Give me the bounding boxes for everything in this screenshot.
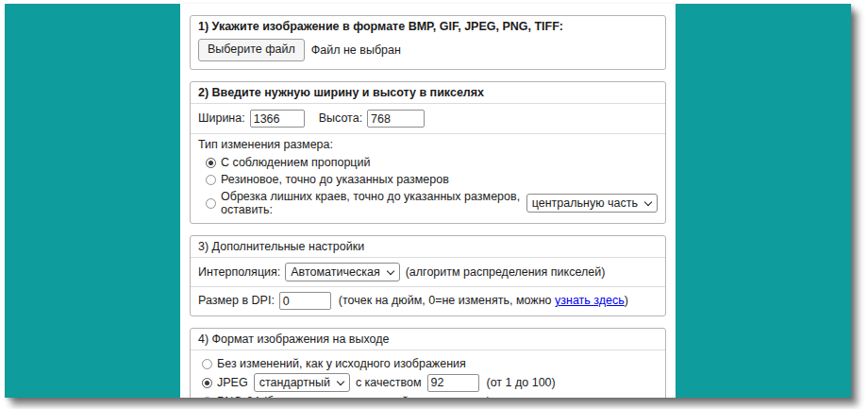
width-input[interactable] (250, 110, 305, 128)
interpolation-hint: (алгоритм распределения пикселей) (406, 265, 606, 280)
chevron-down-icon (644, 197, 652, 205)
radio-checked-icon[interactable] (206, 158, 216, 168)
jpeg-quality-hint: (от 1 до 100) (487, 376, 556, 389)
jpeg-quality-input[interactable] (427, 374, 479, 392)
section-source-image: 1) Укажите изображение в формате BMP, GI… (190, 15, 666, 70)
resize-stretch-option[interactable]: Резиновое, точно до указанных размеров (206, 173, 449, 186)
chevron-down-icon (386, 266, 393, 274)
no-file-chosen-text: Файл не выбран (311, 43, 401, 58)
section2-title: 2) Введите нужную ширину и высоту в пикс… (191, 82, 665, 103)
chevron-down-icon (337, 377, 344, 384)
resize-crop-label: Обрезка лишних краев, точно до указанных… (221, 190, 521, 216)
form-column: 1) Укажите изображение в формате BMP, GI… (180, 4, 676, 398)
dpi-info-link[interactable]: узнать здесь (555, 294, 625, 307)
format-png-label: PNG-24 (без сжатия, с поддержкой прозрач… (217, 395, 491, 398)
resize-stretch-label: Резиновое, точно до указанных размеров (221, 173, 449, 186)
section-dimensions: 2) Введите нужную ширину и высоту в пикс… (190, 81, 666, 224)
crop-area-select[interactable]: центральную часть (526, 194, 658, 213)
radio-unchecked-icon[interactable] (206, 175, 216, 185)
height-label: Высота: (319, 111, 362, 126)
radio-checked-icon[interactable] (202, 378, 212, 388)
section1-title: 1) Укажите изображение в формате BMP, GI… (191, 16, 665, 37)
jpeg-quality-label: с качеством (356, 376, 422, 389)
interpolation-select[interactable]: Автоматическая (285, 263, 399, 281)
dpi-label: Размер в DPI: (198, 294, 275, 308)
radio-unchecked-icon[interactable] (202, 359, 212, 369)
format-jpeg-option[interactable]: JPEG (202, 376, 254, 389)
width-label: Ширина: (198, 111, 245, 126)
page-background: 1) Укажите изображение в формате BMP, GI… (5, 4, 851, 398)
resize-type-label: Тип изменения размера: (198, 138, 333, 152)
section4-title: 4) Формат изображения на выходе (191, 329, 665, 349)
resize-proportional-label: С соблюдением пропорций (221, 156, 370, 169)
jpeg-type-select[interactable]: стандартный (254, 373, 350, 392)
resize-proportional-option[interactable]: С соблюдением пропорций (206, 156, 370, 169)
height-input[interactable] (367, 110, 425, 128)
crop-area-select-value: центральную часть (532, 196, 638, 210)
interpolation-select-value: Автоматическая (291, 265, 379, 280)
format-unchanged-option[interactable]: Без изменений, как у исходного изображен… (202, 357, 466, 370)
section-output-format: 4) Формат изображения на выходе Без изме… (190, 328, 666, 398)
section-advanced: 3) Дополнительные настройки Интерполяция… (190, 235, 666, 316)
dpi-hint: (точек на дюйм, 0=не изменять, можно узн… (339, 294, 628, 308)
jpeg-type-select-value: стандартный (259, 376, 330, 389)
interpolation-label: Интерполяция: (198, 265, 280, 280)
choose-file-button[interactable]: Выберите файл (198, 39, 305, 61)
radio-unchecked-icon[interactable] (206, 198, 216, 209)
dpi-input[interactable] (279, 292, 331, 310)
radio-unchecked-icon[interactable] (202, 397, 212, 399)
section3-title: 3) Дополнительные настройки (191, 236, 665, 257)
format-unchanged-label: Без изменений, как у исходного изображен… (217, 357, 466, 370)
format-png-option[interactable]: PNG-24 (без сжатия, с поддержкой прозрач… (202, 395, 491, 398)
resize-crop-option[interactable]: Обрезка лишних краев, точно до указанных… (206, 190, 526, 216)
format-jpeg-label: JPEG (217, 376, 248, 389)
